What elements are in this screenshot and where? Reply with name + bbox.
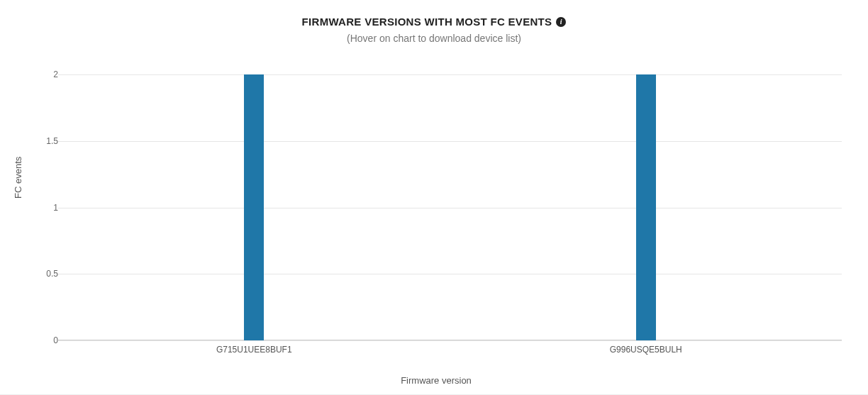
x-axis-label: Firmware version bbox=[21, 375, 851, 386]
x-axis-line bbox=[58, 340, 842, 340]
gridline bbox=[58, 74, 842, 75]
y-tick-label: 0 bbox=[37, 335, 58, 345]
y-tick-label: 1 bbox=[37, 203, 58, 213]
chart-container: FC events Firmware version 00.511.52G715… bbox=[21, 57, 851, 390]
plot-area[interactable] bbox=[58, 74, 842, 340]
bar[interactable] bbox=[636, 74, 656, 340]
info-icon[interactable]: i bbox=[556, 17, 566, 27]
gridline bbox=[58, 340, 842, 341]
gridline bbox=[58, 274, 842, 274]
chart-title: FIRMWARE VERSIONS WITH MOST FC EVENTS i bbox=[302, 16, 567, 28]
chart-subtitle: (Hover on chart to download device list) bbox=[0, 33, 868, 44]
x-tick-label: G996USQE5BULH bbox=[610, 345, 682, 355]
gridline bbox=[58, 208, 842, 208]
y-axis-label: FC events bbox=[13, 157, 23, 199]
chart-title-text: FIRMWARE VERSIONS WITH MOST FC EVENTS bbox=[302, 16, 552, 28]
y-tick-label: 2 bbox=[37, 69, 58, 79]
bar[interactable] bbox=[244, 74, 264, 340]
y-tick-label: 1.5 bbox=[37, 136, 58, 146]
gridline bbox=[58, 141, 842, 142]
x-tick-label: G715U1UEE8BUF1 bbox=[216, 345, 292, 355]
y-tick-label: 0.5 bbox=[37, 269, 58, 279]
